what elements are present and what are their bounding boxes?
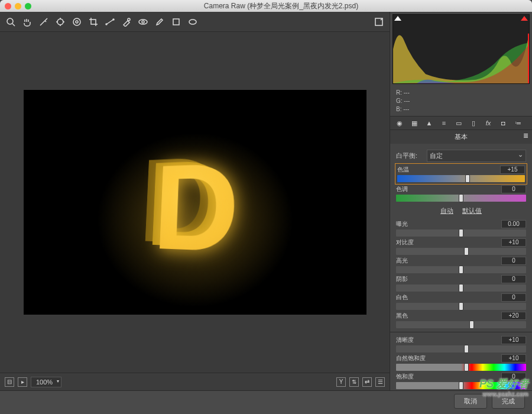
slider-highlights-track[interactable] bbox=[396, 266, 526, 273]
slider-contrast-value[interactable]: +10 bbox=[501, 238, 526, 247]
histogram[interactable] bbox=[392, 14, 530, 84]
svg-line-1 bbox=[12, 24, 15, 26]
watermark: PS 爱好者 www.psahz.com bbox=[479, 377, 528, 397]
slider-blacks-label: 黑色 bbox=[396, 312, 408, 320]
slider-highlights-value[interactable]: 0 bbox=[501, 257, 526, 265]
auto-link[interactable]: 自动 bbox=[440, 207, 453, 214]
filmstrip-toggle2-icon[interactable]: ▸ bbox=[18, 377, 27, 387]
slider-tint-value[interactable]: 0 bbox=[501, 185, 526, 193]
wb-select[interactable]: 自定 bbox=[427, 150, 526, 162]
basic-tab-icon[interactable]: ◉ bbox=[395, 118, 404, 128]
curve-tab-icon[interactable]: ▦ bbox=[410, 118, 419, 128]
maximize-window-button[interactable] bbox=[25, 3, 31, 9]
svg-line-9 bbox=[106, 20, 113, 24]
svg-point-8 bbox=[73, 18, 80, 25]
left-pane: D ⊟ ▸ 100% Y ⇅ ⇄ ☰ bbox=[0, 12, 390, 390]
dialog-footer: 取消 完成 bbox=[0, 390, 532, 412]
slider-whites: 白色0 bbox=[396, 293, 526, 310]
svg-rect-15 bbox=[173, 19, 179, 25]
before-after-y-icon[interactable]: Y bbox=[336, 377, 346, 387]
slider-blacks-value[interactable]: +20 bbox=[501, 312, 526, 320]
slider-exposure-track[interactable] bbox=[396, 229, 526, 237]
svg-point-14 bbox=[142, 21, 144, 23]
slider-contrast-thumb[interactable] bbox=[464, 247, 469, 255]
white-balance-row: 白平衡: 自定 bbox=[396, 150, 526, 162]
slider-exposure-label: 曝光 bbox=[396, 220, 408, 228]
slider-temp-thumb[interactable] bbox=[465, 174, 470, 183]
slider-exposure-thumb[interactable] bbox=[459, 229, 463, 237]
highlight-clip-icon[interactable] bbox=[521, 16, 528, 21]
rgb-readout: R: --- G: --- B: --- bbox=[390, 86, 532, 116]
slider-blacks-track[interactable] bbox=[396, 321, 526, 328]
main-area: D ⊟ ▸ 100% Y ⇅ ⇄ ☰ R: --- bbox=[0, 12, 532, 390]
targeted-adjust-icon[interactable] bbox=[72, 17, 82, 27]
slider-shadows-track[interactable] bbox=[396, 284, 526, 292]
slider-highlights: 高光0 bbox=[396, 257, 526, 273]
copy-settings-icon[interactable]: ⇄ bbox=[362, 377, 372, 387]
camera-tab-icon[interactable]: ◘ bbox=[498, 118, 508, 128]
auto-default-links: 自动 默认值 bbox=[396, 206, 526, 215]
slider-contrast-track[interactable] bbox=[396, 248, 526, 255]
slider-shadows-thumb[interactable] bbox=[459, 284, 463, 292]
slider-temp-value[interactable]: +15 bbox=[500, 166, 525, 174]
slider-saturation-thumb[interactable] bbox=[459, 381, 463, 390]
color-sampler-icon[interactable] bbox=[56, 17, 65, 27]
preview-area[interactable]: D bbox=[0, 32, 390, 373]
slider-vibrance-thumb[interactable] bbox=[464, 363, 469, 371]
slider-vibrance: 自然饱和度+10 bbox=[396, 354, 526, 371]
slider-temp-track[interactable] bbox=[397, 175, 525, 182]
slider-tint-thumb[interactable] bbox=[459, 194, 463, 202]
slider-tint-label: 色调 bbox=[396, 185, 408, 193]
slider-vibrance-track[interactable] bbox=[396, 364, 526, 371]
spot-removal-icon[interactable] bbox=[122, 17, 131, 27]
close-window-button[interactable] bbox=[5, 3, 11, 9]
slider-clarity-label: 清晰度 bbox=[396, 336, 414, 344]
settings-menu-icon[interactable]: ☰ bbox=[375, 377, 385, 387]
slider-clarity-thumb[interactable] bbox=[464, 345, 469, 353]
svg-point-12 bbox=[128, 18, 130, 21]
zoom-tool-icon[interactable] bbox=[6, 17, 15, 27]
basic-panel: 白平衡: 自定 色温+15色调0 自动 默认值 曝光0.00对比度+10高光0阴… bbox=[390, 144, 532, 390]
zoom-select[interactable]: 100% bbox=[31, 377, 61, 387]
titlebar: Camera Raw (种梦全局光案例_黑夜内发光2.psd) bbox=[0, 0, 532, 12]
white-balance-tool-icon[interactable] bbox=[39, 17, 48, 27]
svg-point-7 bbox=[76, 21, 78, 23]
slider-whites-label: 白色 bbox=[396, 293, 408, 302]
preferences-icon[interactable] bbox=[374, 17, 384, 27]
detail-tab-icon[interactable]: ▲ bbox=[424, 118, 434, 128]
crop-tool-icon[interactable] bbox=[89, 17, 98, 27]
swap-icon[interactable]: ⇅ bbox=[349, 377, 359, 387]
bottom-toolbar: ⊟ ▸ 100% Y ⇅ ⇄ ☰ bbox=[0, 373, 390, 390]
shadow-clip-icon[interactable] bbox=[394, 16, 401, 21]
slider-whites-thumb[interactable] bbox=[459, 302, 463, 310]
slider-shadows-value[interactable]: 0 bbox=[501, 275, 526, 283]
slider-clarity-track[interactable] bbox=[396, 345, 526, 352]
slider-blacks-thumb[interactable] bbox=[469, 321, 474, 329]
window-title: Camera Raw (种梦全局光案例_黑夜内发光2.psd) bbox=[35, 1, 527, 11]
slider-whites-track[interactable] bbox=[396, 303, 526, 310]
radial-filter-icon[interactable] bbox=[188, 17, 197, 27]
slider-highlights-thumb[interactable] bbox=[459, 266, 463, 274]
slider-temp: 色温+15 bbox=[396, 164, 526, 183]
hand-tool-icon[interactable] bbox=[22, 17, 32, 27]
lens-tab-icon[interactable]: ▯ bbox=[469, 118, 478, 128]
rendered-letter-d: D bbox=[151, 134, 241, 283]
fx-tab-icon[interactable]: fx bbox=[484, 118, 493, 128]
minimize-window-button[interactable] bbox=[15, 3, 21, 9]
hsl-tab-icon[interactable]: ≡ bbox=[439, 118, 449, 128]
slider-tint-track[interactable] bbox=[396, 195, 526, 202]
slider-whites-value[interactable]: 0 bbox=[501, 293, 526, 302]
adjustment-brush-icon[interactable] bbox=[155, 17, 164, 27]
graduated-filter-icon[interactable] bbox=[171, 17, 181, 27]
presets-tab-icon[interactable]: ≔ bbox=[513, 118, 523, 128]
svg-point-0 bbox=[7, 18, 13, 24]
svg-point-16 bbox=[189, 20, 196, 24]
default-link[interactable]: 默认值 bbox=[462, 207, 482, 214]
red-eye-icon[interactable] bbox=[138, 17, 148, 27]
slider-clarity-value[interactable]: +10 bbox=[501, 336, 526, 344]
slider-exposure-value[interactable]: 0.00 bbox=[501, 220, 526, 228]
split-tab-icon[interactable]: ▭ bbox=[454, 118, 463, 128]
slider-vibrance-value[interactable]: +10 bbox=[501, 354, 526, 363]
filmstrip-toggle-icon[interactable]: ⊟ bbox=[5, 377, 14, 387]
straighten-tool-icon[interactable] bbox=[105, 17, 115, 27]
